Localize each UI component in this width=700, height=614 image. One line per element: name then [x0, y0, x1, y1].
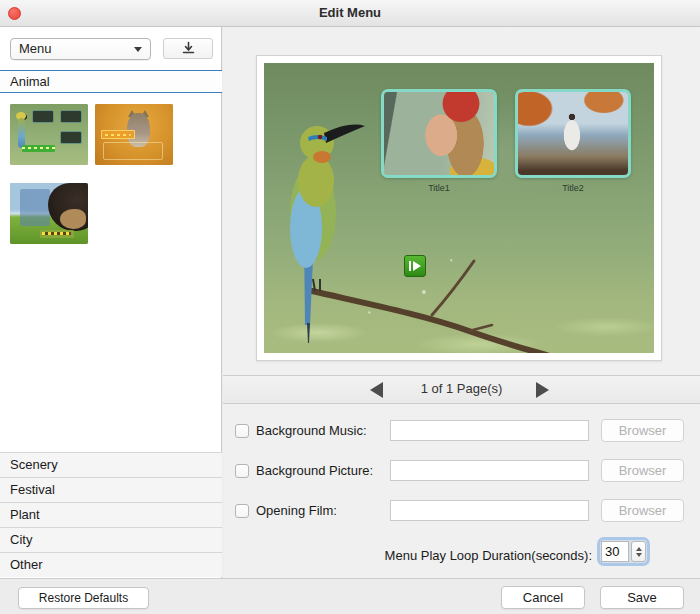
- selected-category-header[interactable]: Animal: [0, 70, 222, 93]
- title2-video-frame[interactable]: [515, 89, 631, 178]
- download-icon: [181, 41, 196, 56]
- cancel-button[interactable]: Cancel: [501, 586, 585, 609]
- duration-input[interactable]: [601, 541, 629, 562]
- category-item-other[interactable]: Other: [0, 552, 222, 577]
- menu-preview[interactable]: Title1 Title2: [264, 63, 654, 353]
- title1-video-frame[interactable]: [381, 89, 497, 178]
- category-item-festival[interactable]: Festival: [0, 477, 222, 502]
- thumbnail-art: [40, 230, 74, 238]
- title-bar: Edit Menu: [0, 0, 700, 27]
- background-picture-label: Background Picture:: [256, 460, 373, 482]
- play-icon: [409, 261, 411, 271]
- thumbnail-art: [22, 145, 55, 152]
- menu-dropdown-value: Menu: [19, 41, 52, 56]
- category-item-scenery[interactable]: Scenery: [0, 452, 222, 477]
- opening-film-input[interactable]: [390, 500, 589, 521]
- thumbnail-art: [32, 110, 54, 123]
- background-picture-checkbox[interactable]: [235, 464, 249, 478]
- menu-type-dropdown[interactable]: Menu: [10, 38, 151, 60]
- footer-bar: Restore Defaults Cancel Save: [0, 579, 700, 614]
- close-window-icon[interactable]: [8, 7, 21, 20]
- menu-preview-frame: Title1 Title2: [256, 55, 662, 361]
- download-template-button[interactable]: [163, 38, 213, 59]
- edit-menu-dialog: Edit Menu Menu Animal: [0, 0, 700, 614]
- duration-stepper[interactable]: [631, 541, 646, 562]
- category-item-plant[interactable]: Plant: [0, 502, 222, 527]
- template-sidebar: Menu Animal: [0, 27, 222, 578]
- duration-label: Menu Play Loop Duration(seconds):: [250, 545, 592, 567]
- next-page-icon[interactable]: [536, 382, 549, 398]
- background-music-browser-button[interactable]: Browser: [601, 419, 684, 442]
- thumbnail-kitten-template[interactable]: [95, 104, 173, 165]
- title1-video-art: [384, 92, 494, 175]
- title1-label: Title1: [409, 183, 469, 193]
- play-button[interactable]: [404, 255, 426, 277]
- divider: [223, 403, 700, 404]
- thumbnail-bird-template[interactable]: [10, 104, 88, 165]
- thumbnail-art: [103, 142, 163, 160]
- thumbnail-art: [18, 118, 25, 148]
- background-music-checkbox[interactable]: [235, 424, 249, 438]
- stepper-up-icon[interactable]: [636, 547, 642, 551]
- opening-film-browser-button[interactable]: Browser: [601, 499, 684, 522]
- background-music-label: Background Music:: [256, 420, 367, 442]
- thumbnail-art: [101, 130, 135, 139]
- restore-defaults-button[interactable]: Restore Defaults: [18, 587, 149, 609]
- page-indicator: 1 of 1 Page(s): [223, 376, 700, 402]
- category-item-city[interactable]: City: [0, 527, 222, 552]
- thumbnail-art: [20, 189, 50, 226]
- chevron-down-icon: [134, 47, 142, 52]
- play-icon: [413, 261, 421, 271]
- thumbnail-art: [60, 110, 82, 123]
- opening-film-checkbox[interactable]: [235, 504, 249, 518]
- thumbnail-art: [60, 209, 86, 229]
- category-list: Scenery Festival Plant City Other: [0, 452, 222, 577]
- opening-film-label: Opening Film:: [256, 500, 337, 522]
- background-picture-browser-button[interactable]: Browser: [601, 459, 684, 482]
- save-button[interactable]: Save: [600, 586, 684, 609]
- title2-video-art: [518, 92, 628, 175]
- duration-spinner: [600, 540, 647, 563]
- stepper-down-icon[interactable]: [636, 553, 642, 557]
- background-music-input[interactable]: [390, 420, 589, 441]
- thumbnail-dog-template[interactable]: [10, 183, 88, 244]
- title2-label: Title2: [543, 183, 603, 193]
- page-navigator: 1 of 1 Page(s): [223, 376, 700, 403]
- thumbnail-art: [60, 131, 82, 144]
- previous-page-icon[interactable]: [370, 382, 383, 398]
- window-title: Edit Menu: [0, 0, 700, 26]
- background-picture-input[interactable]: [390, 460, 589, 481]
